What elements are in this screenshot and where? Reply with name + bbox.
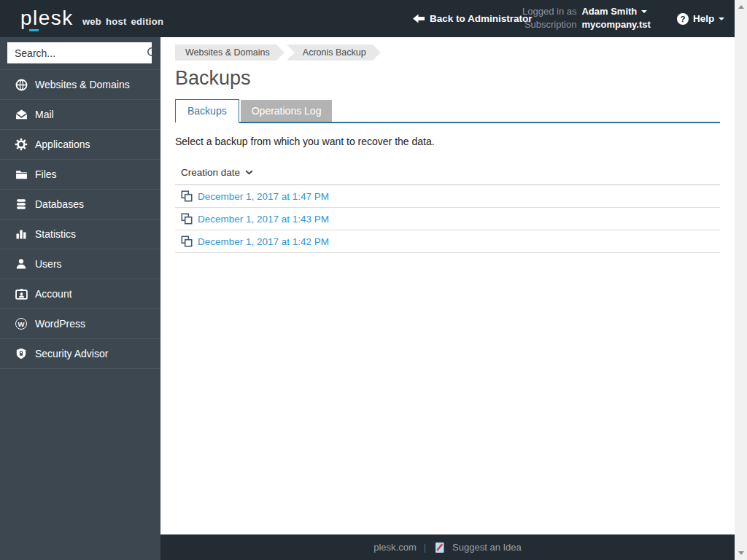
help-icon [677, 13, 689, 25]
scroll-down-arrow-icon[interactable] [738, 551, 744, 555]
backup-date-link[interactable]: December 1, 2017 at 1:42 PM [198, 236, 329, 247]
column-header-creation-date[interactable]: Creation date [175, 161, 720, 185]
backup-copy-icon [181, 190, 193, 202]
login-info: Logged in as Adam Smith Subscription myc… [522, 6, 651, 31]
gear-icon [15, 138, 28, 151]
wordpress-icon [15, 317, 28, 330]
chevron-down-icon [719, 18, 724, 20]
sidebar-item-websites-domains[interactable]: Websites & Domains [0, 70, 160, 100]
sidebar-item-label: Files [35, 168, 57, 180]
search-box [7, 42, 152, 63]
backup-date-link[interactable]: December 1, 2017 at 1:47 PM [198, 191, 329, 202]
sidebar-item-applications[interactable]: Applications [0, 130, 160, 160]
tab-bar: Backups Operations Log [175, 99, 720, 123]
logged-in-as-label: Logged in as [522, 6, 576, 18]
sidebar-item-label: WordPress [35, 318, 85, 330]
user-icon [15, 257, 28, 271]
backup-copy-icon [181, 213, 193, 225]
chevron-down-icon [641, 10, 647, 13]
bar-chart-icon [15, 228, 28, 241]
subscription-value: mycompany.tst [581, 19, 650, 31]
suggest-idea-link[interactable]: Suggest an Idea [452, 542, 522, 553]
sidebar-item-label: Account [35, 288, 72, 300]
tab-operations-log[interactable]: Operations Log [241, 100, 333, 122]
breadcrumb-item-acronis-backup: Acronis Backup [287, 44, 381, 61]
back-arrow-icon [413, 14, 425, 23]
user-menu[interactable]: Adam Smith [581, 6, 650, 18]
sidebar-menu: Websites & Domains Mail [0, 69, 160, 369]
search-input[interactable] [15, 47, 147, 59]
table-row: December 1, 2017 at 1:43 PM [175, 208, 720, 230]
edition-label: web host edition [82, 16, 163, 27]
sidebar-item-databases[interactable]: Databases [0, 190, 160, 219]
sidebar-item-mail[interactable]: Mail [0, 100, 160, 130]
globe-icon [15, 78, 28, 91]
sidebar-item-label: Websites & Domains [35, 79, 130, 90]
back-to-administrator-link[interactable]: Back to Administrator [413, 0, 533, 37]
sidebar-item-files[interactable]: Files [0, 160, 160, 190]
user-name: Adam Smith [581, 6, 637, 18]
folder-icon [15, 168, 28, 181]
main-content: Websites & Domains Acronis Backup Backup… [160, 37, 735, 534]
sidebar-item-label: Databases [35, 198, 84, 210]
scroll-up-arrow-icon[interactable] [738, 5, 744, 9]
top-header: plesk web host edition Back to Administr… [0, 0, 735, 37]
shield-lock-icon [15, 347, 28, 360]
sidebar-item-users[interactable]: Users [0, 249, 160, 279]
sidebar-item-label: Users [35, 258, 62, 270]
back-link-label: Back to Administrator [430, 13, 533, 24]
help-label: Help [693, 13, 714, 24]
sort-desc-icon [245, 170, 253, 175]
footer-separator: | [424, 542, 426, 553]
table-row: December 1, 2017 at 1:47 PM [175, 185, 720, 208]
breadcrumb: Websites & Domains Acronis Backup [175, 44, 720, 61]
search-icon[interactable] [147, 47, 159, 59]
plesk-logo[interactable]: plesk web host edition [20, 6, 163, 31]
table-row: December 1, 2017 at 1:42 PM [175, 230, 720, 253]
backup-date-link[interactable]: December 1, 2017 at 1:43 PM [198, 214, 329, 225]
backups-table: Creation date December 1, 2017 at 1:47 P… [175, 161, 720, 253]
mail-icon [15, 108, 28, 121]
database-icon [15, 198, 28, 211]
plesk-logo-text: plesk [20, 6, 74, 31]
sidebar-item-account[interactable]: Account [0, 279, 160, 309]
sidebar-item-security-advisor[interactable]: Security Advisor [0, 339, 160, 369]
help-menu[interactable]: Help [677, 0, 724, 37]
intro-text: Select a backup from which you want to r… [175, 136, 720, 147]
sidebar-item-label: Applications [35, 139, 90, 150]
creation-date-label: Creation date [181, 167, 240, 178]
footer: plesk.com | Suggest an Idea [160, 534, 735, 560]
suggest-idea-icon [435, 542, 445, 553]
id-card-icon [15, 287, 28, 300]
sidebar-item-statistics[interactable]: Statistics [0, 219, 160, 249]
subscription-label: Subscription [522, 19, 576, 31]
sidebar: Websites & Domains Mail [0, 37, 160, 560]
sidebar-item-label: Mail [35, 109, 54, 120]
breadcrumb-item-websites-domains[interactable]: Websites & Domains [175, 44, 285, 61]
sidebar-item-label: Security Advisor [35, 348, 108, 359]
vertical-scrollbar[interactable] [735, 0, 747, 560]
sidebar-item-label: Statistics [35, 228, 76, 240]
backup-copy-icon [181, 236, 193, 247]
sidebar-item-wordpress[interactable]: WordPress [0, 309, 160, 339]
plesk-com-link[interactable]: plesk.com [374, 542, 417, 553]
tab-backups[interactable]: Backups [175, 99, 239, 123]
page-title: Backups [175, 67, 720, 89]
